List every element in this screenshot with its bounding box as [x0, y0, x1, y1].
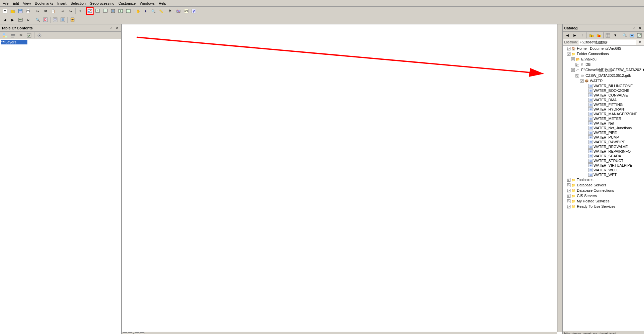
zoom-out-button[interactable]: - — [102, 7, 109, 15]
new-map-button[interactable] — [1, 7, 9, 15]
tree-item-bottom-5[interactable]: ▷ 📁 Ready-To-Use Services — [563, 204, 644, 209]
tree-item-bottom-2[interactable]: ▷ 📁 Database Connections — [563, 188, 644, 193]
tree-expand-b2[interactable]: ▷ — [567, 189, 570, 192]
zoom-next-button[interactable]: ▶ — [9, 16, 16, 23]
tree-item-water-fitting[interactable]: ⊞ WATER_FITTING — [563, 102, 644, 107]
tree-expand-e-haikou[interactable]: ▽ — [571, 57, 575, 61]
tree-item-water-managerzone[interactable]: ⊞ WATER_MANAGERZONE — [563, 112, 644, 116]
paste-button[interactable]: 📋 — [49, 7, 57, 15]
zoom-prev-button[interactable]: ◀ — [1, 16, 9, 23]
tree-expand-b5[interactable]: ▷ — [567, 205, 570, 208]
editor-toolbar-button[interactable] — [190, 7, 198, 15]
print-button[interactable] — [24, 7, 32, 15]
menu-selection[interactable]: Selection — [69, 1, 88, 6]
pan-button[interactable]: ✋ — [134, 7, 142, 15]
tree-item-water-scada[interactable]: ⊞ WATER_SCADA — [563, 154, 644, 158]
undo-button[interactable]: ↩ — [59, 7, 67, 15]
location-go-button[interactable]: ▼ — [637, 40, 643, 45]
open-button[interactable] — [9, 7, 16, 15]
tree-item-water-wpt[interactable]: ⊞ WATER_WPT — [563, 172, 644, 177]
select-by-attributes-button[interactable]: a=b — [182, 7, 190, 15]
tree-expand-f-chose[interactable]: ▽ — [571, 68, 575, 72]
map-next-extent-button[interactable]: ▶ — [128, 332, 132, 334]
catalog-search-button[interactable]: 🔍 — [621, 32, 628, 39]
tree-expand-water[interactable]: ▽ — [580, 79, 584, 83]
redo-button[interactable]: ↪ — [67, 7, 74, 15]
toc-list-by-drawing-order[interactable] — [1, 32, 9, 39]
menu-bookmarks[interactable]: Bookmarks — [33, 1, 55, 6]
catalog-tree[interactable]: ▷ 🏠 Home - Documents\ArcGIS ▽ 📁 Folder C… — [563, 46, 644, 331]
tree-item-water-pump[interactable]: ⊞ WATER_PUMP — [563, 135, 644, 140]
catalog-disconnect-folder-button[interactable] — [595, 32, 602, 39]
toc-options-button[interactable] — [36, 32, 43, 39]
menu-insert[interactable]: Insert — [55, 1, 69, 6]
tree-expand-folder-connections[interactable]: ▽ — [567, 52, 570, 56]
tree-item-water-regvalve[interactable]: ⊞ WATER_REGVALVE — [563, 144, 644, 149]
add-xy-button[interactable] — [86, 7, 94, 15]
tree-item-water-well[interactable]: ⊞ WATER_WELL — [563, 168, 644, 172]
catalog-launch-button[interactable] — [636, 32, 643, 39]
catalog-pin-button[interactable]: ⊿ — [632, 25, 637, 31]
catalog-add-to-map-button[interactable] — [628, 32, 635, 39]
tree-item-water-pipe[interactable]: ⊞ WATER_PIPE — [563, 130, 644, 135]
full-extent-button[interactable] — [109, 7, 117, 15]
tree-item-bottom-1[interactable]: ▷ 📁 Database Servers — [563, 182, 644, 188]
tree-item-bottom-3[interactable]: ▷ 📁 GIS Servers — [563, 193, 644, 198]
tree-item-water-billingzone[interactable]: ⊞ WATER_BILLINGZONE — [563, 84, 644, 88]
tree-item-water-convalve[interactable]: ⊞ WATER_CONVALVE — [563, 93, 644, 98]
toc-list-by-visibility[interactable]: 👁 — [17, 32, 25, 39]
tree-item-db[interactable]: ▷ 🗄 DB — [563, 62, 644, 67]
tree-item-czsw[interactable]: ▽ 🗃 CZSW_DATA20210512.gdb — [563, 73, 644, 78]
tree-expand-db[interactable]: ▷ — [575, 63, 579, 66]
fixed-zoom-out-button[interactable] — [125, 7, 132, 15]
menu-file[interactable]: File — [1, 1, 11, 6]
tree-item-home[interactable]: ▷ 🏠 Home - Documents\ArcGIS — [563, 46, 644, 51]
tree-item-water[interactable]: ▽ 📦 WATER — [563, 78, 644, 84]
toc-close-button[interactable]: ✕ — [115, 25, 120, 31]
tree-item-water-rawpipe[interactable]: ⊞ WATER_RAWPIPE — [563, 140, 644, 144]
tree-item-bottom-0[interactable]: ▷ 📁 Toolboxes — [563, 177, 644, 182]
fixed-zoom-in-button[interactable] — [117, 7, 124, 15]
tree-item-water-bookzone[interactable]: ⊞ WATER_BOOKZONE — [563, 88, 644, 93]
cut-button[interactable]: ✂ — [34, 7, 41, 15]
zoom-full-button[interactable] — [17, 16, 24, 23]
tree-expand-home[interactable]: ▷ — [567, 47, 570, 50]
location-value[interactable]: F:\Chose\地图数据\CZSW_DATA202105 — [579, 40, 636, 45]
tree-expand-b3[interactable]: ▷ — [567, 194, 570, 198]
tree-item-water-repairinfo[interactable]: ⊞ WATER_REPAIRINFO — [563, 149, 644, 154]
map-prev-extent-button[interactable]: ◀ — [123, 332, 127, 334]
tree-item-water-meter[interactable]: ⊞ WATER_METER — [563, 116, 644, 121]
catalog-table-view-button[interactable] — [605, 32, 612, 39]
copy-button[interactable]: ⧉ — [42, 7, 49, 15]
tree-expand-b4[interactable]: ▷ — [567, 199, 570, 203]
tree-item-f-chose[interactable]: ▽ 🗃 F:\Chose\地图数据\CZSW_DATA20210512.gdb — [563, 67, 644, 73]
select-button[interactable] — [167, 7, 174, 15]
menu-help[interactable]: Help — [157, 1, 168, 6]
catalog-connect-folder-button[interactable] — [588, 32, 595, 39]
catalog-back-button[interactable]: ◀ — [564, 32, 571, 39]
layout-view-button[interactable] — [51, 16, 59, 23]
menu-customize[interactable]: Customize — [116, 1, 138, 6]
overview-button[interactable] — [42, 16, 49, 23]
clear-selection-button[interactable] — [175, 7, 182, 15]
layers-item[interactable]: 🗺 Layers — [1, 40, 27, 44]
menu-edit[interactable]: Edit — [11, 1, 21, 6]
catalog-close-button[interactable]: ✕ — [637, 25, 643, 31]
toc-pin-button[interactable]: ⊿ — [109, 25, 114, 31]
menu-windows[interactable]: Windows — [138, 1, 157, 6]
map-pause-button[interactable]: ⏸ — [135, 332, 139, 334]
tree-item-water-net-junctions[interactable]: ⊞ WATER_Net_Junctions — [563, 126, 644, 130]
menu-view[interactable]: View — [21, 1, 33, 6]
tree-item-water-hydrant[interactable]: ⊞ WATER_HYDRANT — [563, 107, 644, 112]
tree-expand-b0[interactable]: ▷ — [567, 178, 570, 182]
tree-item-e-haikou[interactable]: ▽ 📂 E:\haikou — [563, 56, 644, 62]
tree-item-water-struct[interactable]: ⊞ WATER_STRUCT — [563, 158, 644, 163]
toc-list-by-source[interactable] — [9, 32, 17, 39]
map-area[interactable]: ◀ ▶ ⏸ ◀ — [122, 24, 562, 334]
save-button[interactable] — [17, 7, 24, 15]
identify-button[interactable]: ℹ — [142, 7, 149, 15]
tree-item-bottom-4[interactable]: ▷ 📁 My Hosted Services — [563, 198, 644, 204]
catalog-forward-button[interactable]: ▶ — [571, 32, 578, 39]
tree-item-water-virtualpipe[interactable]: ⊞ WATER_VIRTUALPIPE — [563, 163, 644, 168]
tree-expand-b1[interactable]: ▷ — [567, 183, 570, 187]
